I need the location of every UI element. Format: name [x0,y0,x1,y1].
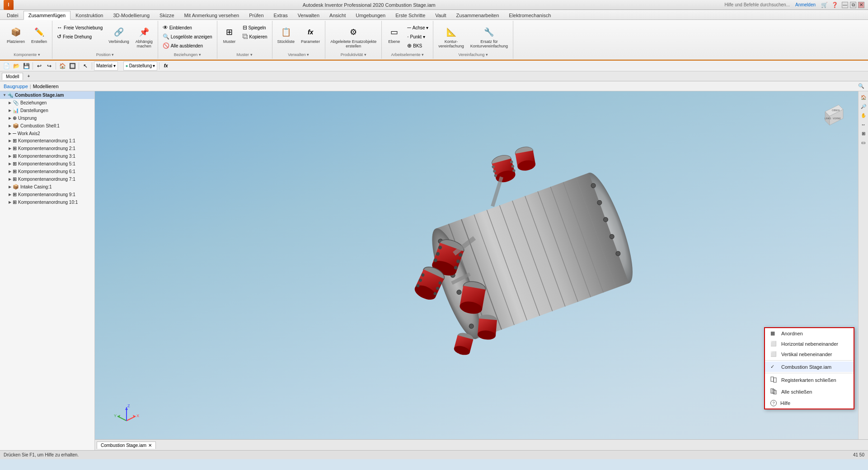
expander[interactable]: ▶ [7,169,13,174]
zoom-all-btn[interactable]: 🔲 [68,61,77,70]
bottom-tab-combustion[interactable]: Combustion Stage.iam ✕ [97,442,156,449]
ribbon-tab-umgebungen[interactable]: Umgebungen [351,11,390,19]
expander[interactable]: ▶ [7,200,13,205]
expander[interactable]: ▶ [7,177,13,182]
einblenden-button[interactable]: 👁Einblenden [161,24,214,32]
material-dropdown[interactable]: Material ▾ [94,61,118,70]
user-login[interactable]: Anmelden [795,2,816,7]
ribbon-tab-prfen[interactable]: Prüfen [244,11,268,19]
cart-icon[interactable]: 🛒 [821,2,828,8]
new-btn[interactable]: 📄 [2,61,11,70]
undo-btn[interactable]: ↩ [35,61,44,70]
ribbon-tab-vault[interactable]: Vault [430,11,451,19]
expander[interactable]: ▶ [7,184,13,190]
ctx-alle-schliessen[interactable]: Alle schließen [765,386,854,398]
expander[interactable]: ▶ [7,108,13,113]
zoom-tool-btn[interactable]: 🔎 [859,102,868,110]
tree-item[interactable]: ▶ 📎 Beziehungen [0,99,94,107]
abgeleitete-button[interactable]: ⚙ Abgeleitete Ersatzobjekteerstellen [328,24,379,50]
konturvereinfachung-button[interactable]: 📐 Kontur-vereinfachung [436,24,466,50]
ribbon-tab-elektromechanisch[interactable]: Elektromechanisch [504,11,556,19]
ribbon-tab-konstruktion[interactable]: Konstruktion [70,11,108,19]
ribbon-tab-dmodellierung[interactable]: 3D-Modellierung [108,11,155,19]
spiegeln-button[interactable]: ⊟Spiegeln [241,24,269,32]
close-button[interactable]: ✕ [858,2,864,8]
ctx-hilfe[interactable]: ? Hilfe [765,398,854,409]
expander[interactable]: ▶ [7,100,13,106]
tree-search-icon[interactable]: 🔍 [858,83,864,89]
ctx-anordnen[interactable]: ▦ Anordnen [765,328,854,338]
tree-item[interactable]: ▶ ⊞ Komponentenanordnung 5:1 [0,160,94,168]
ctx-combustion[interactable]: ✓ Combustion Stage.iam [765,362,854,372]
stuckliste-button[interactable]: 📋 Stückliste [275,24,297,45]
formula-btn[interactable]: fx [161,61,170,70]
tree-item[interactable]: ▶ ⊞ Komponentenanordnung 3:1 [0,152,94,160]
ctx-horizontal[interactable]: ⬜ Horizontal nebeneinander [765,338,854,349]
expander[interactable]: ▶ [7,154,13,159]
help-icon[interactable]: ❓ [831,2,838,8]
bottom-tab-close[interactable]: ✕ [148,443,152,448]
expander[interactable]: ▶ [7,161,13,167]
freie-verschiebung-button[interactable]: ↔Freie Verschiebung [55,24,104,32]
tree-item[interactable]: ▶ ⊞ Komponentenanordnung 1:1 [0,137,94,145]
view-tool-btn[interactable]: ⊞ [859,129,868,137]
ribbon-tab-verwalten[interactable]: Verwalten [293,11,324,19]
expander[interactable]: ▶ [7,146,13,151]
punkt-button[interactable]: ·Punkt ▾ [405,33,430,41]
tree-item[interactable]: ▶ ⊞ Komponentenanordnung 7:1 [0,175,94,183]
platzieren-button[interactable]: 📦 Platzieren [5,24,27,45]
ribbon-tab-zusammenfgen[interactable]: Zusammenfügen [23,11,71,20]
viewcube[interactable]: OBEN LINKS VORNE [818,100,850,132]
kopieren-button[interactable]: ⿻Kopieren [241,33,269,41]
home-tool-btn[interactable]: 🏠 [859,93,868,101]
verbindung-button[interactable]: 🔗 Verbindung [106,24,131,45]
ctx-vertikal[interactable]: ⬜ Vertikal nebeneinander [765,349,854,359]
tree-item[interactable]: ▶ ⊞ Komponentenanordnung 10:1 [0,198,94,206]
ribbon-tab-skizze[interactable]: Skizze [155,11,179,19]
ribbon-tab-ersteschritte[interactable]: Erste Schritte [390,11,430,19]
tree-item[interactable]: ▶ ⊕ Ursprung [0,114,94,122]
expander-root[interactable]: ▼ [2,93,7,98]
tree-item[interactable]: ▶ 📊 Darstellungen [0,107,94,114]
muster-button[interactable]: ⊞ Muster [220,24,239,45]
expander[interactable]: ▶ [7,138,13,144]
tree-item[interactable]: ▶ ⊞ Komponentenanordnung 9:1 [0,191,94,198]
expander[interactable]: ▶ [7,123,13,129]
expander[interactable]: ▶ [7,192,13,197]
bks-button[interactable]: ⊕BKS [405,42,430,50]
pan-tool-btn[interactable]: ✋ [859,111,868,119]
restore-button[interactable]: ⧉ [850,2,856,8]
ribbon-tab-ansicht[interactable]: Ansicht [324,11,351,19]
search-box[interactable]: Hilfe und Befehle durchsuchen... [724,2,790,7]
open-btn[interactable]: 📂 [12,61,21,70]
ebene-button[interactable]: ▭ Ebene [385,24,404,45]
tree-item[interactable]: ▶ 📦 Combustion Shell:1 [0,122,94,130]
alle-ausblenden-button[interactable]: 🚫Alle ausblenden [161,42,214,50]
losgeloeste-button[interactable]: 🔍Losgelöste anzeigen [161,33,214,41]
expander[interactable]: ▶ [7,116,13,121]
parameter-button[interactable]: fx Parameter [299,24,322,45]
save-btn[interactable]: 💾 [22,61,31,70]
expander[interactable]: ▶ [7,131,13,136]
ribbon-tab-zusammenarbeiten[interactable]: Zusammenarbeiten [451,11,504,19]
plane-tool-btn[interactable]: ▭ [859,138,868,146]
3d-viewport[interactable]: OBEN LINKS VORNE [95,91,868,450]
select-btn[interactable]: ↖ [81,61,90,70]
inventor-logo[interactable]: I [4,0,14,10]
tree-item[interactable]: ▶ ⊞ Komponentenanordnung 2:1 [0,145,94,152]
tree-item[interactable]: ▶ ─ Work Axis2 [0,130,94,137]
home-btn[interactable]: 🏠 [58,61,67,70]
achse-button[interactable]: ─Achse ▾ [405,24,430,32]
tab-plus[interactable]: + [23,72,34,80]
ribbon-tab-extras[interactable]: Extras [269,11,293,19]
ersatz-button[interactable]: 🔧 Ersatz fürKonturvereinfachung [468,24,510,50]
tree-root[interactable]: ▼ 🔩 Combustion Stage.iam [0,91,94,99]
ctx-registerkarten[interactable]: Registerkarten schließen [765,374,854,386]
minimize-button[interactable]: — [842,2,848,8]
breadcrumb-baugruppe[interactable]: Baugruppe [4,84,28,89]
orbit-tool-btn[interactable]: ↔ [859,120,868,128]
redo-btn[interactable]: ↪ [45,61,54,70]
freie-drehung-button[interactable]: ↺Freie Drehung [55,33,104,41]
erstellen-button[interactable]: ✏️ Erstellen [29,24,49,45]
abhaengig-button[interactable]: 📌 Abhängigmachen [133,24,155,50]
